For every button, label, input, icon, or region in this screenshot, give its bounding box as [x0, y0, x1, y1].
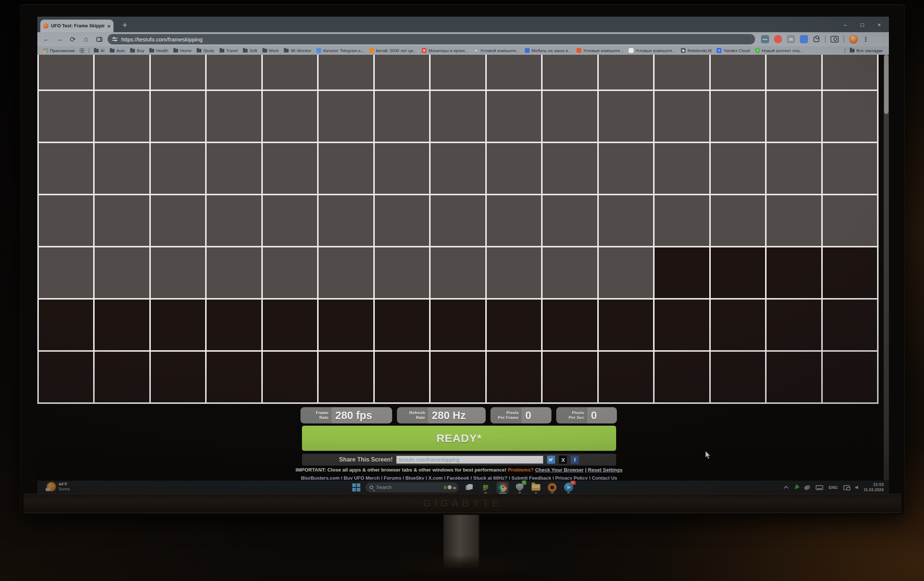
clock[interactable]: 21:53 11.03.2026: [864, 482, 884, 493]
bookmark-item[interactable]: 4K-Monitor: [281, 48, 314, 53]
bookmark-item[interactable]: Soft: [240, 48, 259, 53]
grid-cell: [318, 55, 373, 89]
display-cast-icon[interactable]: [843, 485, 850, 490]
bookmark-item[interactable]: ЖМониторы и проек...: [419, 48, 471, 53]
reload-icon[interactable]: ⟳: [68, 35, 78, 44]
taskbar-app-antivirus[interactable]: ✓: [514, 482, 525, 493]
taskbar-app-telegram[interactable]: 31: [563, 482, 574, 493]
grid-cell: [95, 247, 149, 298]
grid-cell: [823, 195, 877, 246]
grid-cell: [655, 91, 709, 142]
nvidia-app-icon: [481, 483, 490, 492]
grid-cell: [39, 195, 93, 246]
grid-cell: [711, 91, 765, 142]
adblock-extension-icon[interactable]: [774, 35, 782, 43]
grid-cell: [599, 91, 653, 142]
back-icon[interactable]: ←: [41, 35, 51, 43]
bookmark-item[interactable]: Угловые компьюте...: [574, 48, 626, 53]
bookmark-favicon: C: [474, 48, 478, 53]
share-url-input[interactable]: [396, 456, 543, 464]
home-icon[interactable]: ⌂: [81, 35, 91, 43]
bookmark-item[interactable]: Каталог Telegram-к...: [314, 48, 366, 53]
taskbar-app-nvidia[interactable]: [480, 482, 491, 493]
bookmark-item[interactable]: Мебель на заказ в...: [522, 48, 574, 53]
bookmark-item-label: Угловой компьюте...: [480, 48, 520, 53]
touch-keyboard-icon[interactable]: [816, 485, 823, 490]
bookmarks-right: Все закладки: [843, 48, 885, 53]
bookmark-item[interactable]: Buy: [127, 48, 147, 53]
grid-cell: [318, 300, 373, 350]
bookmark-item[interactable]: Китай, 5000 лет ци...: [366, 48, 419, 53]
bookmark-item[interactable]: Study: [194, 48, 216, 53]
address-bar[interactable]: https://testufo.com/frameskipping ☆: [107, 34, 755, 45]
new-tab-button[interactable]: +: [119, 20, 130, 31]
taskbar-app-chrome-active[interactable]: [497, 482, 509, 493]
scrollbar-thumb[interactable]: [884, 55, 889, 114]
mouse-utility-tray-icon[interactable]: [804, 485, 810, 491]
minimize-button[interactable]: –: [842, 22, 848, 28]
taskbar-app-file-explorer[interactable]: [530, 482, 541, 493]
check-your-browser-link[interactable]: Check Your Browser: [535, 467, 584, 473]
bookmark-item[interactable]: Приложения: [41, 48, 77, 53]
bookmarks-divider: [845, 48, 845, 53]
ready-button[interactable]: READY*: [302, 426, 616, 451]
bookmark-favicon: [629, 48, 634, 53]
taskbar-app-orange[interactable]: [547, 482, 558, 493]
grid-cell: [655, 195, 709, 246]
speaker-icon[interactable]: [855, 486, 858, 489]
bookmark-item[interactable]: AI: [91, 48, 107, 53]
x-share-icon[interactable]: X: [559, 456, 567, 464]
bookmark-item[interactable]: CУгловой компьюте...: [471, 48, 522, 53]
bookmark-item-label: Buy: [137, 48, 144, 53]
bookmark-item[interactable]: CYandex Cloud: [714, 48, 752, 53]
bookmark-item[interactable]: Travel: [217, 48, 241, 53]
mail-extension-icon[interactable]: ✉: [787, 35, 795, 43]
menu-dots-icon[interactable]: ⋮: [863, 35, 869, 43]
browser-tab[interactable]: UFO Test: Frame Skipping Chec ×: [40, 20, 114, 32]
blue-extension-icon[interactable]: [800, 35, 808, 43]
bookmark-star-icon[interactable]: ☆: [745, 35, 751, 43]
bookmark-item[interactable]: ◉NotebookLM: [678, 48, 714, 53]
frame-rate-value: 280 fps: [332, 407, 392, 424]
facebook-share-icon[interactable]: f: [571, 456, 579, 464]
site-settings-icon[interactable]: [112, 37, 117, 41]
maximize-button[interactable]: □: [859, 22, 865, 28]
all-bookmarks-button[interactable]: Все закладки: [847, 48, 885, 53]
url-text[interactable]: https://testufo.com/frameskipping: [121, 36, 741, 43]
profile-avatar[interactable]: [849, 35, 858, 44]
close-window-button[interactable]: ×: [876, 22, 882, 28]
search-highlight-art: [444, 485, 456, 489]
grid-cell: [375, 247, 429, 298]
search-tabs-icon[interactable]: [830, 36, 839, 43]
reset-settings-link[interactable]: Reset Settings: [587, 467, 622, 473]
side-panel-icon[interactable]: [96, 37, 102, 42]
bookmark-item[interactable]: Health: [147, 48, 171, 53]
twitter-share-icon[interactable]: [547, 456, 555, 464]
bookmark-item[interactable]: Home: [171, 48, 194, 53]
grid-cell: [375, 300, 429, 350]
extensions-puzzle-icon[interactable]: [813, 35, 820, 43]
language-indicator[interactable]: ENG: [828, 485, 838, 490]
task-view-button[interactable]: [464, 482, 475, 493]
taskbar-search[interactable]: Search: [366, 483, 459, 492]
tab-close-icon[interactable]: ×: [107, 23, 111, 29]
toolbar-divider: [825, 35, 826, 43]
grid-cell: [375, 352, 429, 402]
password-manager-extension-icon[interactable]: •••: [761, 35, 769, 43]
footer-links-clipped[interactable]: BlurBusters.com | Buy UFO Merch | Forums…: [210, 475, 708, 480]
grid-cell: [39, 91, 93, 142]
download-manager-tray-icon[interactable]: [793, 484, 799, 491]
bookmark-item[interactable]: [77, 48, 87, 53]
bookmark-item[interactable]: Угловые компьюте...: [626, 48, 678, 53]
monitor-brand-logo: GIGABYTE: [24, 498, 901, 509]
bookmark-item[interactable]: Work: [260, 48, 282, 53]
task-view-icon: [466, 484, 473, 491]
tray-chevron-up-icon[interactable]: [784, 486, 789, 490]
bookmark-item[interactable]: Auto: [107, 48, 128, 53]
forward-icon[interactable]: →: [54, 35, 65, 43]
start-button[interactable]: [352, 483, 360, 492]
scrollbar[interactable]: [884, 55, 889, 480]
bookmark-item[interactable]: +Новый контент пла...: [752, 48, 806, 53]
taskbar-center: Search ✓: [352, 481, 574, 494]
weather-widget[interactable]: 44°F Sunny: [47, 482, 70, 492]
